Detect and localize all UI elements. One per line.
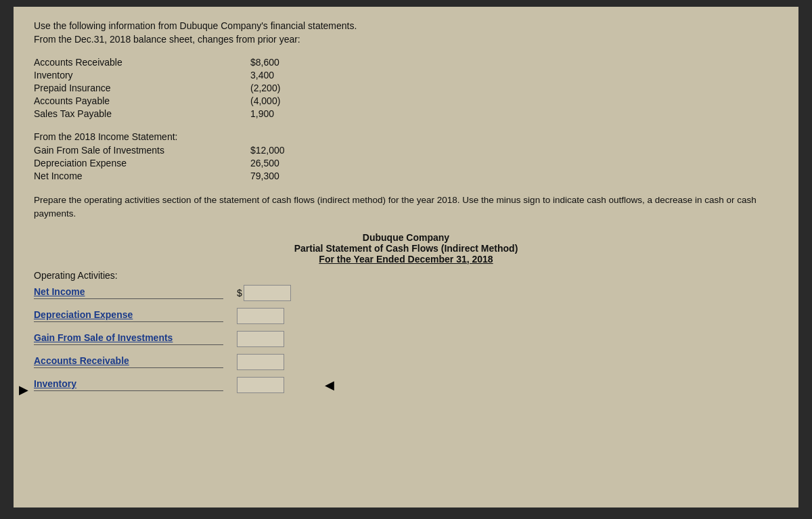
prepare-text: Prepare the operating activities section… xyxy=(34,194,778,221)
is-row-3: Net Income 79,300 xyxy=(34,171,778,181)
form-row-gain: Gain From Sale of Investments xyxy=(34,331,778,347)
inventory-input-group xyxy=(237,377,284,393)
balance-sheet-row-3: Prepaid Insurance (2,200) xyxy=(34,83,778,93)
nav-arrow: ▶ xyxy=(19,382,28,397)
intro-line1: Use the following information from Dubuq… xyxy=(34,20,778,31)
bs-label-5: Sales Tax Payable xyxy=(34,108,210,119)
bs-label-4: Accounts Payable xyxy=(34,95,210,106)
form-row-net-income: Net Income $ xyxy=(34,285,778,301)
gain-input-group xyxy=(237,331,284,347)
is-value-3: 79,300 xyxy=(250,171,279,181)
form-row-inventory: Inventory xyxy=(34,377,778,393)
bs-value-4: (4,000) xyxy=(250,95,280,106)
form-label-accounts-receivable: Accounts Receivable xyxy=(34,355,223,368)
income-statement-header: From the 2018 Income Statement: xyxy=(34,131,778,142)
form-label-gain: Gain From Sale of Investments xyxy=(34,332,223,345)
is-row-2: Depreciation Expense 26,500 xyxy=(34,158,778,168)
intro-section: Use the following information from Dubuq… xyxy=(34,20,778,45)
bs-label-1: Accounts Receivable xyxy=(34,57,210,68)
company-name: Dubuque Company xyxy=(34,232,778,243)
depreciation-input[interactable] xyxy=(237,308,284,324)
statement-title: Partial Statement of Cash Flows (Indirec… xyxy=(34,243,778,254)
is-row-1: Gain From Sale of Investments $12,000 xyxy=(34,145,778,156)
intro-line2: From the Dec.31, 2018 balance sheet, cha… xyxy=(34,34,778,45)
net-income-input[interactable] xyxy=(244,285,291,301)
bs-value-3: (2,200) xyxy=(250,83,280,93)
dollar-sign-net-income: $ xyxy=(237,288,242,298)
cursor-arrow: ◀ xyxy=(325,378,334,392)
form-label-net-income: Net Income xyxy=(34,286,223,299)
balance-sheet-row-5: Sales Tax Payable 1,900 xyxy=(34,108,778,119)
inventory-input[interactable] xyxy=(237,377,284,393)
company-header: Dubuque Company Partial Statement of Cas… xyxy=(34,232,778,265)
income-statement-section: From the 2018 Income Statement: Gain Fro… xyxy=(34,131,778,181)
is-value-1: $12,000 xyxy=(250,145,285,156)
form-row-accounts-receivable: Accounts Receivable xyxy=(34,354,778,370)
bs-label-3: Prepaid Insurance xyxy=(34,83,210,93)
net-income-input-group: $ xyxy=(237,285,291,301)
is-label-3: Net Income xyxy=(34,171,210,181)
bs-value-5: 1,900 xyxy=(250,108,274,119)
bs-value-1: $8,600 xyxy=(250,57,279,68)
operating-activities-label: Operating Activities: xyxy=(34,270,778,281)
gain-input[interactable] xyxy=(237,331,284,347)
page-container: Use the following information from Dubuq… xyxy=(14,7,798,507)
is-value-2: 26,500 xyxy=(250,158,279,168)
bs-label-2: Inventory xyxy=(34,70,210,81)
form-section: Net Income $ Depreciation Expense Gain F… xyxy=(34,285,778,393)
bs-value-2: 3,400 xyxy=(250,70,274,81)
accounts-receivable-input[interactable] xyxy=(237,354,284,370)
balance-sheet-row-4: Accounts Payable (4,000) xyxy=(34,95,778,106)
statement-date: For the Year Ended December 31, 2018 xyxy=(34,254,778,265)
balance-sheet-row-2: Inventory 3,400 xyxy=(34,70,778,81)
balance-sheet-row-1: Accounts Receivable $8,600 xyxy=(34,57,778,68)
form-label-depreciation: Depreciation Expense xyxy=(34,309,223,322)
is-label-2: Depreciation Expense xyxy=(34,158,210,168)
form-label-inventory: Inventory xyxy=(34,378,223,391)
balance-sheet-section: Accounts Receivable $8,600 Inventory 3,4… xyxy=(34,57,778,119)
accounts-receivable-input-group xyxy=(237,354,284,370)
form-row-depreciation: Depreciation Expense xyxy=(34,308,778,324)
depreciation-input-group xyxy=(237,308,284,324)
is-label-1: Gain From Sale of Investments xyxy=(34,145,210,156)
